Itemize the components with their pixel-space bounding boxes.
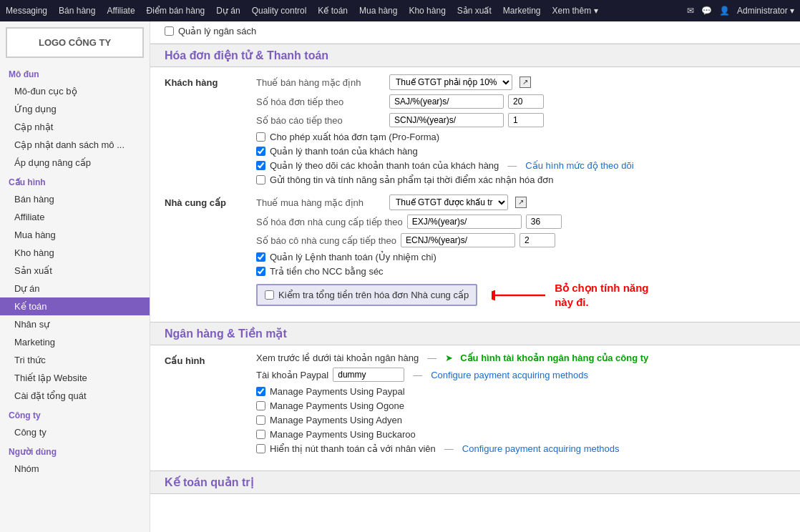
so-hoadon-ncc-value[interactable] <box>526 215 562 229</box>
sidebar-item-moduncucbo[interactable]: Mô-đun cục bộ <box>0 82 150 100</box>
checkbox-quanly-theodoi: Quản lý theo dõi các khoản thanh toán củ… <box>256 160 786 171</box>
so-hoadon-prefix[interactable] <box>389 94 504 109</box>
paypal-row: Tài khoản Paypal — Configure payment acq… <box>256 368 786 382</box>
khachhang-label: Khách hàng <box>165 74 250 88</box>
so-hoadon-value[interactable] <box>508 94 544 109</box>
xemtruoc-divider: — <box>427 353 436 363</box>
nav-diembanhang[interactable]: Điểm bán hàng <box>147 6 205 16</box>
sidebar-item-capnhatdanhsach[interactable]: Cập nhật danh sách mô ... <box>0 136 150 154</box>
hiensthiut-divider: — <box>444 443 454 454</box>
sidebar-section-module: Mô đun Mô-đun cục bộ Ứng dụng Cập nhật C… <box>0 64 150 172</box>
sidebar-item-sanxuat[interactable]: Sản xuất <box>0 262 150 280</box>
section2-content: Cấu hình Xem trước lề dưới tài khoản ngâ… <box>150 345 800 471</box>
so-baoco-ncc-value[interactable] <box>519 233 555 247</box>
config-link2[interactable]: Configure payment acquiring methods <box>462 443 620 454</box>
sidebar-item-muahang[interactable]: Mua hàng <box>0 226 150 244</box>
sidebar-item-caidattongguat[interactable]: Cài đặt tổng quát <box>0 387 150 405</box>
nav-quality[interactable]: Quality control <box>252 6 307 16</box>
sidebar-item-duan[interactable]: Dự án <box>0 280 150 297</box>
thue-banhang-label: Thuế bán hàng mặc định <box>256 77 385 88</box>
so-hoadon-row: Số hóa đơn tiếp theo <box>256 94 786 109</box>
divider1: — <box>507 160 517 171</box>
checkbox-guithongtin: Gửi thông tin và tính năng sản phẩm tại … <box>256 174 786 185</box>
sidebar-item-capnhat[interactable]: Cập nhật <box>0 118 150 136</box>
cauhinh-nganhang-row: Cấu hình Xem trước lề dưới tài khoản ngâ… <box>165 353 786 458</box>
checkbox-adyen-input[interactable] <box>256 415 265 425</box>
sidebar-item-ungdung[interactable]: Ứng dụng <box>0 100 150 118</box>
thue-muahang-select[interactable]: Thuế GTGT được khấu tr <box>389 194 508 210</box>
checkbox-buckaroo-label: Manage Payments Using Buckaroo <box>270 429 416 440</box>
checkbox-guithongtin-input[interactable] <box>256 175 265 184</box>
sidebar-item-marketing[interactable]: Marketing <box>0 333 150 351</box>
cauhinh-nganhang-link[interactable]: Cấu hình tài khoản ngân hàng của công ty <box>460 353 648 363</box>
checkbox-quanly-thanhtoan-input[interactable] <box>256 147 265 156</box>
nhacungcap-row: Nhà cung cấp Thuế mua hàng mặc định Thuế… <box>165 194 786 309</box>
sidebar-item-congty[interactable]: Công ty <box>0 423 150 441</box>
so-baoco-ncc-prefix[interactable] <box>401 233 515 247</box>
budget-checkbox[interactable] <box>165 26 174 36</box>
section1-header: Hóa đơn điện tử & Thanh toán <box>150 44 800 67</box>
budget-row: Quản lý ngân sách <box>150 21 800 44</box>
nav-messaging[interactable]: Messaging <box>6 6 47 16</box>
annotation-text: Bỏ chọn tính năng này đi. <box>555 281 669 309</box>
nav-affiliate[interactable]: Affiliate <box>107 6 135 16</box>
checkbox-trasec-input[interactable] <box>256 267 265 276</box>
khachhang-row: Khách hàng Thuế bán hàng mặc định Thuế G… <box>165 74 786 189</box>
chat-icon[interactable]: ✉ <box>687 6 694 16</box>
nav-banhang[interactable]: Bán hàng <box>59 6 95 16</box>
paypal-config-link[interactable]: Configure payment acquiring methods <box>431 370 588 380</box>
checkbox-buckaroo-input[interactable] <box>256 430 265 439</box>
checkbox-paypal-input[interactable] <box>256 387 265 396</box>
comment-icon[interactable]: 💬 <box>701 6 712 16</box>
checkbox-proinvoice-label: Cho phép xuất hóa đơn tạm (Pro-Forma) <box>270 132 439 142</box>
so-baocao-row: Số báo cáo tiếp theo <box>256 113 786 127</box>
checkbox-buckaroo: Manage Payments Using Buckaroo <box>256 429 786 440</box>
nav-duan[interactable]: Dự án <box>216 6 240 16</box>
so-baocao-prefix[interactable] <box>389 113 504 127</box>
sidebar-section-nguoidung: Người dùng Nhóm <box>0 441 150 478</box>
nav-xemthem[interactable]: Xem thêm ▾ <box>552 6 598 16</box>
paypal-input[interactable] <box>333 368 404 382</box>
checkbox-quanly-theodoi-label: Quản lý theo dõi các khoản thanh toán củ… <box>270 160 499 171</box>
top-navigation: Messaging Bán hàng Affiliate Điểm bán hà… <box>0 0 800 21</box>
checkbox-hienthiut-input[interactable] <box>256 444 265 453</box>
sidebar-item-nhansu[interactable]: Nhân sự <box>0 315 150 333</box>
sidebar-item-banhang[interactable]: Bán hàng <box>0 190 150 208</box>
avatar[interactable]: 👤 <box>719 6 730 16</box>
so-hoadon-ncc-prefix[interactable] <box>407 215 522 229</box>
thue-banhang-select[interactable]: Thuế GTGT phải nộp 10% <box>389 74 512 90</box>
checkbox-adyen-label: Manage Payments Using Adyen <box>270 415 402 425</box>
checkbox-proinvoice-input[interactable] <box>256 132 265 142</box>
sidebar-title-congty: Công ty <box>0 405 150 423</box>
so-baocao-value[interactable] <box>508 113 544 127</box>
sidebar-item-khohang[interactable]: Kho hàng <box>0 244 150 262</box>
thue-muahang-label: Thuế mua hàng mặc định <box>256 197 385 208</box>
highlight-checkbox[interactable] <box>265 290 274 300</box>
nav-marketing[interactable]: Marketing <box>503 6 541 16</box>
sidebar-item-ketoan[interactable]: Kế toán <box>0 297 150 315</box>
checkbox-quanly-theodoi-input[interactable] <box>256 161 265 170</box>
sidebar-item-thietlapwebsite[interactable]: Thiết lập Website <box>0 369 150 387</box>
nhacungcap-content: Thuế mua hàng mặc định Thuế GTGT được kh… <box>256 194 786 309</box>
nav-muahang[interactable]: Mua hàng <box>359 6 397 16</box>
nav-ketoan[interactable]: Kế toán <box>318 6 348 16</box>
cauhinh-theodoi-link[interactable]: Cấu hình mức độ theo dõi <box>525 160 633 171</box>
nav-khohang[interactable]: Kho hàng <box>409 6 445 16</box>
so-baoco-ncc-row: Số báo cô nhà cung cấp tiếp theo <box>256 233 786 247</box>
sidebar-item-trithuc[interactable]: Tri thức <box>0 351 150 369</box>
checkbox-ogone-input[interactable] <box>256 401 265 410</box>
xemtruoc-row: Xem trước lề dưới tài khoản ngân hàng — … <box>256 353 786 363</box>
admin-label[interactable]: Administrator ▾ <box>737 6 794 16</box>
section1-content: Khách hàng Thuế bán hàng mặc định Thuế G… <box>150 67 800 322</box>
cauhinh-nganhang-content: Xem trước lề dưới tài khoản ngân hàng — … <box>256 353 786 458</box>
checkbox-uynhiem-input[interactable] <box>256 252 265 262</box>
nav-sanxuat[interactable]: Sản xuất <box>457 6 492 16</box>
sidebar-item-apdungnangcap[interactable]: Áp dụng nâng cấp <box>0 154 150 172</box>
cauhinh-nganhang-label: Cấu hình <box>165 353 250 366</box>
paypal-divider: — <box>413 370 422 380</box>
sidebar-item-nhom[interactable]: Nhóm <box>0 460 150 478</box>
thue-banhang-link-icon[interactable]: ↗ <box>519 77 531 88</box>
so-hoadon-ncc-label: Số hóa đơn nhà cung cấp tiếp theo <box>256 217 403 227</box>
sidebar-item-affiliate[interactable]: Affiliate <box>0 208 150 226</box>
thue-muahang-link-icon[interactable]: ↗ <box>515 197 527 208</box>
